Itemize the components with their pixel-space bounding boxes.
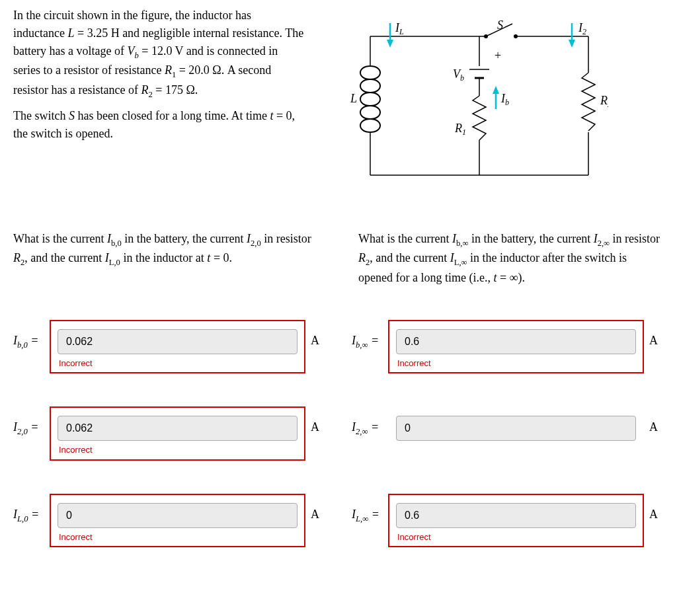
problem-para-1: In the circuit shown in the figure, the …	[13, 7, 304, 100]
answer-label: IL,∞ =	[352, 494, 388, 525]
label-plus: +	[495, 49, 501, 62]
answer-unit: A	[644, 494, 664, 523]
label-R2: R2	[600, 94, 608, 109]
answer-row: IL,∞ =IncorrectA	[352, 494, 664, 548]
feedback-text: Incorrect	[58, 441, 298, 458]
svg-marker-10	[387, 40, 393, 48]
answer-row: I2,∞ = A	[352, 406, 664, 461]
answer-box-wrap: Incorrect	[388, 494, 644, 548]
answer-box: Incorrect	[50, 320, 305, 374]
answer-box: Incorrect	[388, 320, 644, 374]
answer-input[interactable]	[58, 503, 298, 528]
answer-label: I2,∞ =	[352, 406, 388, 438]
answer-box-wrap: Incorrect	[50, 406, 305, 461]
answer-box-wrap: Incorrect	[388, 320, 644, 374]
arrow-Ib	[493, 86, 499, 109]
circuit-svg: L IL S + Vb	[331, 20, 608, 192]
answer-label: Ib,0 =	[13, 320, 50, 351]
label-R1: R1	[454, 122, 466, 137]
answer-input[interactable]	[396, 416, 636, 441]
question-right: What is the current Ib,∞ in the battery,…	[358, 230, 664, 287]
answer-unit: A	[305, 406, 325, 436]
feedback-text: Incorrect	[58, 528, 298, 545]
answer-unit: A	[644, 406, 664, 436]
answer-label: I2,0 =	[13, 406, 50, 438]
answer-row: Ib,∞ =IncorrectA	[352, 320, 664, 374]
answer-box-wrap: Incorrect	[50, 494, 305, 548]
answers-left-column: Ib,0 =IncorrectAI2,0 =IncorrectAIL,0 =In…	[13, 320, 325, 548]
label-S: S	[497, 20, 503, 32]
answer-row: I2,0 =IncorrectA	[13, 406, 325, 461]
answer-box: Incorrect	[50, 494, 305, 548]
answer-row: IL,0 =IncorrectA	[13, 494, 325, 548]
problem-para-2: The switch S has been closed for a long …	[13, 107, 304, 143]
answer-input[interactable]	[58, 329, 298, 354]
question-left: What is the current Ib,0 in the battery,…	[13, 230, 319, 287]
answer-input[interactable]	[396, 503, 636, 528]
answer-row: Ib,0 =IncorrectA	[13, 320, 325, 374]
answer-input[interactable]	[58, 416, 298, 441]
svg-point-12	[514, 34, 518, 38]
label-Vb: Vb	[453, 67, 464, 83]
svg-marker-22	[569, 40, 575, 48]
arrow-I2	[569, 23, 575, 48]
resistor-R2-icon	[582, 73, 595, 131]
arrow-IL	[387, 23, 393, 48]
answer-box-wrap: Incorrect	[50, 320, 305, 374]
answer-unit: A	[305, 320, 325, 350]
problem-statement: In the circuit shown in the figure, the …	[13, 7, 304, 197]
answer-label: IL,0 =	[13, 494, 50, 525]
answer-box: Incorrect	[50, 406, 305, 461]
feedback-text: Incorrect	[396, 354, 636, 371]
battery-icon	[469, 69, 489, 89]
label-Ib: Ib	[500, 92, 509, 107]
feedback-text: Incorrect	[396, 528, 636, 545]
circuit-diagram: L IL S + Vb	[331, 7, 664, 197]
feedback-text: Incorrect	[58, 354, 298, 371]
answer-box-wrap	[388, 406, 644, 461]
resistor-R1-icon	[473, 89, 486, 145]
answer-input[interactable]	[396, 329, 636, 354]
answers-right-column: Ib,∞ =IncorrectAI2,∞ = AIL,∞ =IncorrectA	[352, 320, 664, 548]
feedback-text	[396, 441, 636, 458]
answer-unit: A	[644, 320, 664, 350]
label-IL: IL	[395, 21, 404, 36]
answer-label: Ib,∞ =	[352, 320, 388, 351]
inductor-icon	[360, 66, 380, 132]
answer-unit: A	[305, 494, 325, 523]
label-L: L	[350, 92, 357, 105]
svg-marker-20	[493, 86, 499, 94]
label-I2: I2	[578, 21, 586, 36]
answer-box	[388, 406, 644, 461]
answer-box: Incorrect	[388, 494, 644, 548]
